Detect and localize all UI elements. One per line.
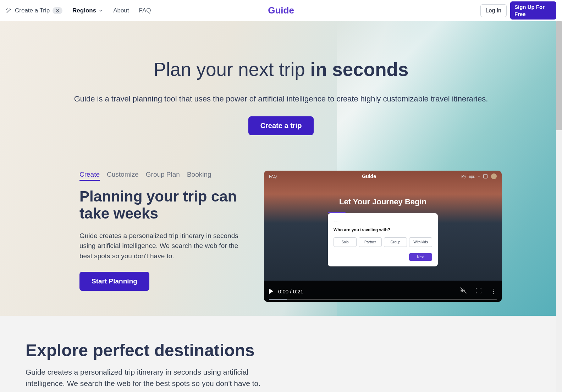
video-player[interactable]: FAQ Guide My Trips ▾ Let Your Journey Be… [264, 171, 502, 302]
wand-icon [6, 7, 12, 14]
faq-nav[interactable]: FAQ [139, 7, 151, 14]
tab-create[interactable]: Create [79, 171, 100, 181]
back-arrow-icon: ← [334, 218, 432, 224]
hero-title-normal: Plan your next trip [154, 59, 310, 80]
play-icon[interactable] [269, 288, 273, 294]
video-faq-label: FAQ [269, 174, 277, 178]
hero-subtitle: Guide is a travel planning tool that use… [68, 94, 494, 104]
option-partner: Partner [359, 237, 382, 247]
logo[interactable]: Guide [268, 5, 294, 16]
fullscreen-icon[interactable] [475, 287, 482, 296]
option-group: Group [384, 237, 407, 247]
chevron-down-icon: ▾ [478, 175, 480, 178]
video-card-question: Who are you traveling with? [334, 227, 432, 232]
mute-icon[interactable] [460, 287, 467, 296]
tab-booking[interactable]: Booking [187, 171, 211, 181]
feature-left: Create Customize Group Plan Booking Plan… [79, 171, 243, 291]
regions-nav[interactable]: Regions [72, 7, 103, 14]
video-card: ← Who are you traveling with? Solo Partn… [328, 213, 438, 266]
video-hero-title: Let Your Journey Begin [264, 197, 502, 206]
option-with-kids: With kids [409, 237, 432, 247]
create-trip-button[interactable]: Create a trip [248, 116, 314, 135]
hero-title: Plan your next trip in seconds [68, 59, 494, 80]
feature-tabs: Create Customize Group Plan Booking [79, 171, 243, 181]
option-solo: Solo [334, 237, 357, 247]
start-planning-button[interactable]: Start Planning [79, 272, 149, 291]
tab-customize[interactable]: Customize [107, 171, 139, 181]
scrollbar-thumb[interactable] [556, 21, 562, 130]
scrollbar[interactable]: ▾ [556, 21, 562, 392]
tab-group-plan[interactable]: Group Plan [146, 171, 180, 181]
hero-title-bold: in seconds [310, 59, 409, 80]
signup-button[interactable]: Sign Up For Free [510, 1, 556, 20]
destinations-section: Explore perfect destinations Guide creat… [0, 316, 562, 392]
hero: Plan your next trip in seconds Guide is … [0, 21, 562, 316]
destinations-desc: Guide creates a personalized trip itiner… [26, 366, 285, 389]
video-mytrips-label: My Trips [461, 175, 475, 178]
video-user-nav: My Trips ▾ [461, 173, 497, 179]
hero-content: Plan your next trip in seconds Guide is … [68, 59, 494, 135]
create-trip-label: Create a Trip [15, 7, 50, 14]
video-progress-fill [269, 299, 287, 300]
destinations-title: Explore perfect destinations [26, 341, 536, 360]
video-progress[interactable] [269, 299, 497, 300]
video-header: FAQ Guide My Trips ▾ [264, 171, 502, 182]
create-trip-badge: 3 [53, 7, 62, 14]
controls-right: ⋮ [460, 287, 497, 296]
video-card-options: Solo Partner Group With kids [334, 237, 432, 247]
avatar [491, 173, 497, 179]
video-container: FAQ Guide My Trips ▾ Let Your Journey Be… [264, 171, 502, 302]
login-button[interactable]: Log In [480, 4, 507, 17]
chevron-down-icon [98, 8, 103, 13]
about-nav[interactable]: About [113, 7, 129, 14]
bell-icon [483, 174, 487, 178]
feature-desc: Guide creates a personalized trip itiner… [79, 231, 243, 261]
create-trip-nav[interactable]: Create a Trip 3 [6, 7, 62, 14]
feature-title: Planning your trip can take weeks [79, 188, 243, 222]
more-icon[interactable]: ⋮ [490, 287, 497, 295]
video-controls: 0:00 / 0:21 ⋮ [264, 281, 502, 302]
feature-section: Create Customize Group Plan Booking Plan… [54, 171, 508, 302]
regions-label: Regions [72, 7, 96, 14]
video-logo: Guide [362, 173, 376, 179]
header-right: Log In Sign Up For Free [480, 1, 556, 20]
header-left: Create a Trip 3 Regions About FAQ [6, 7, 151, 14]
header: Create a Trip 3 Regions About FAQ Guide … [0, 0, 562, 21]
video-time: 0:00 / 0:21 [278, 288, 303, 294]
video-next-button: Next [409, 253, 432, 261]
